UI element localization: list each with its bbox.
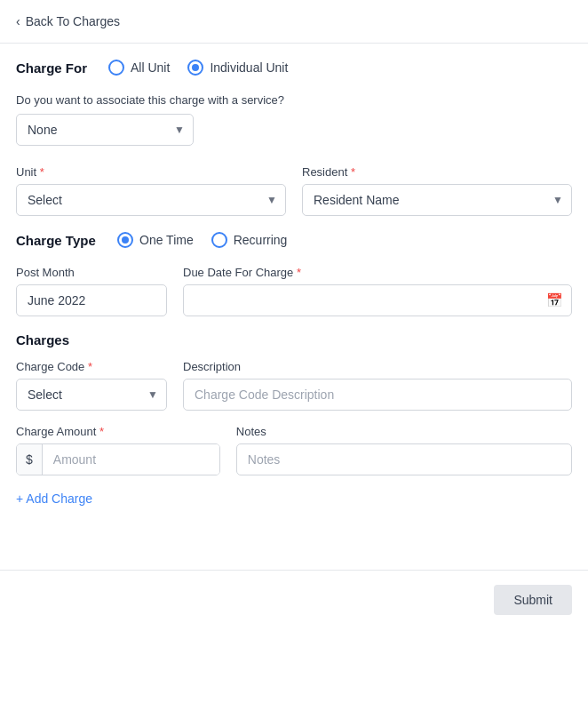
charges-title: Charges <box>16 332 572 348</box>
due-date-input[interactable] <box>183 284 572 316</box>
individual-unit-label: Individual Unit <box>210 60 288 75</box>
resident-select[interactable]: Resident Name <box>302 184 572 216</box>
unit-label: Unit * <box>16 165 286 179</box>
post-month-label: Post Month <box>16 266 167 279</box>
resident-select-wrapper: Resident Name ▼ <box>302 184 572 216</box>
due-date-wrapper: 📅 <box>183 284 572 316</box>
charge-code-select[interactable]: Select <box>16 379 167 411</box>
charge-code-description-row: Charge Code * Select ▼ Description <box>16 360 572 411</box>
dollar-sign-icon: $ <box>17 444 43 475</box>
charges-section: Charges Charge Code * Select ▼ Descripti… <box>16 332 572 506</box>
service-question: Do you want to associate this charge wit… <box>16 93 572 107</box>
header: ‹ Back To Charges <box>0 0 588 44</box>
one-time-radio[interactable] <box>117 232 133 248</box>
recurring-option[interactable]: Recurring <box>211 232 288 248</box>
add-charge-link[interactable]: + Add Charge <box>16 491 92 506</box>
individual-unit-option[interactable]: Individual Unit <box>187 60 288 76</box>
back-arrow-icon: ‹ <box>16 14 20 28</box>
post-month-input[interactable] <box>16 284 167 316</box>
due-date-label: Due Date For Charge * <box>183 266 572 279</box>
notes-input[interactable] <box>236 443 572 475</box>
unit-select-wrapper: Select ▼ <box>16 184 286 216</box>
amount-input[interactable] <box>43 444 219 475</box>
all-unit-radio[interactable] <box>108 60 124 76</box>
charge-for-section: Charge For All Unit Individual Unit <box>16 60 572 76</box>
charge-code-select-wrapper: Select ▼ <box>16 379 167 411</box>
one-time-option[interactable]: One Time <box>117 232 194 248</box>
resident-col: Resident * Resident Name ▼ <box>302 165 572 216</box>
charge-type-label: Charge Type <box>16 233 96 248</box>
dates-row: Post Month Due Date For Charge * 📅 <box>16 266 572 316</box>
recurring-label: Recurring <box>234 233 288 247</box>
description-input[interactable] <box>183 379 572 411</box>
footer: Submit <box>0 570 588 629</box>
all-unit-label: All Unit <box>131 60 170 75</box>
amount-notes-row: Charge Amount * $ Notes <box>16 425 572 475</box>
charge-amount-label: Charge Amount * <box>16 425 220 438</box>
post-month-col: Post Month <box>16 266 167 316</box>
amount-col: Charge Amount * $ <box>16 425 220 475</box>
charge-type-section: Charge Type One Time Recurring <box>16 232 572 248</box>
amount-input-wrapper: $ <box>16 443 220 475</box>
service-section: Do you want to associate this charge wit… <box>16 93 572 146</box>
service-dropdown-wrapper: None ▼ <box>16 114 194 146</box>
unit-resident-row: Unit * Select ▼ Resident * Resident Name… <box>16 165 572 216</box>
charge-for-label: Charge For <box>16 60 87 76</box>
notes-label: Notes <box>236 425 572 438</box>
description-label: Description <box>183 360 572 373</box>
charge-for-radio-group: All Unit Individual Unit <box>108 60 288 76</box>
all-unit-option[interactable]: All Unit <box>108 60 170 76</box>
resident-label: Resident * <box>302 165 572 179</box>
one-time-label: One Time <box>139 233 194 247</box>
charge-code-col: Charge Code * Select ▼ <box>16 360 167 411</box>
description-col: Description <box>183 360 572 411</box>
charge-type-radio-group: One Time Recurring <box>117 232 287 248</box>
unit-select[interactable]: Select <box>16 184 286 216</box>
submit-button[interactable]: Submit <box>494 585 572 615</box>
charge-code-label: Charge Code * <box>16 360 167 373</box>
back-to-charges-link[interactable]: Back To Charges <box>26 14 120 28</box>
notes-col: Notes <box>236 425 572 475</box>
service-dropdown[interactable]: None <box>16 114 194 146</box>
individual-unit-radio[interactable] <box>187 60 203 76</box>
unit-col: Unit * Select ▼ <box>16 165 286 216</box>
recurring-radio[interactable] <box>211 232 227 248</box>
main-content: Charge For All Unit Individual Unit Do y… <box>0 44 588 552</box>
due-date-col: Due Date For Charge * 📅 <box>183 266 572 316</box>
